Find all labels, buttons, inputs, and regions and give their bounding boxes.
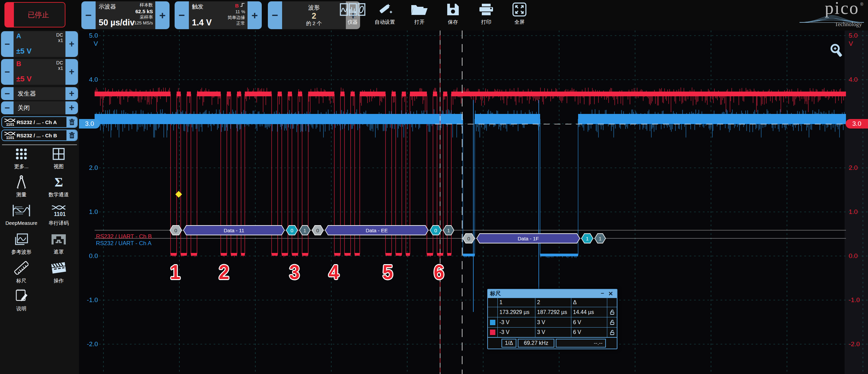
generator-body[interactable]: 发生器 — [14, 87, 65, 100]
channel-b-swatch — [490, 330, 495, 335]
time-ruler1-value: 173.2929 µs — [498, 307, 535, 317]
waveform-prev-button[interactable]: − — [268, 1, 282, 29]
instruments-button[interactable]: 仪器 — [336, 2, 369, 29]
zoom-in-icon — [829, 43, 845, 58]
rulers-label: 标尺 — [16, 278, 26, 284]
generator-decrease-button[interactable]: − — [1, 87, 14, 100]
open-button[interactable]: 打开 — [403, 2, 436, 29]
channel-a-increase-button[interactable]: + — [65, 31, 78, 57]
decode-row-ch-b-segment: 1 — [443, 225, 454, 235]
trigger-percent: 11 % — [228, 9, 245, 15]
decoder-cha-label: RS232 / ... - Ch A — [17, 119, 66, 125]
generator-state-increase-button[interactable]: + — [65, 101, 78, 114]
channel-a-offset-badge[interactable]: 3.0 — [79, 119, 100, 129]
actions-icon — [51, 261, 67, 275]
notes-icon — [15, 288, 28, 302]
more-tools-button[interactable]: 更多... — [3, 147, 40, 170]
channel-b-increase-button[interactable]: + — [65, 59, 78, 85]
channel-b-body[interactable]: B DCx1 ±5 V — [14, 59, 65, 85]
cha-lock-button[interactable] — [607, 317, 617, 327]
generator-panel: − 发生器 + — [1, 87, 78, 100]
decoder-cha-row[interactable]: 1101 RS232 / ... - Ch A — [1, 116, 78, 128]
mask-icon — [51, 233, 66, 246]
logo-sub-brand: Technology — [835, 21, 862, 28]
serial-decoding-button[interactable]: 1101 串行译码 — [40, 204, 77, 227]
zoom-in-button[interactable] — [829, 43, 845, 60]
decoder-cha-delete-button[interactable] — [66, 117, 77, 127]
time-delta-value: 14.44 µs — [571, 307, 607, 317]
decoder-chb-delete-button[interactable] — [66, 130, 77, 140]
close-button[interactable]: ✕ — [607, 290, 615, 297]
rate-value: 125 MS/s — [134, 20, 153, 26]
views-button[interactable]: 视图 — [40, 147, 77, 170]
deepmeasure-label: DeepMeasure — [5, 220, 37, 226]
cha-ruler2-value: 3 V — [535, 317, 571, 327]
channel-a-body[interactable]: A DCx1 ±5 V — [14, 31, 65, 57]
trigger-increase-button[interactable]: + — [248, 1, 262, 29]
rising-edge-icon — [240, 3, 245, 7]
timebase-increase-button[interactable]: + — [155, 1, 170, 29]
trigger-body[interactable]: 触发 1.4 V B 11 % 简单边缘 正常 — [189, 1, 248, 29]
trash-icon — [69, 132, 75, 139]
reference-waveforms-button[interactable]: 参考波形 — [3, 233, 40, 255]
fullscreen-button[interactable]: 全屏 — [503, 2, 536, 29]
chb-lock-button[interactable] — [607, 328, 617, 337]
left-sidebar: − A DCx1 ±5 V + − B DCx1 ±5 V + − — [0, 31, 79, 374]
chb-ruler2-value: 3 V — [535, 328, 571, 337]
timebase-title: 示波器 — [99, 3, 116, 11]
time-ruler-row: 173.2929 µs 187.7292 µs 14.44 µs — [488, 307, 617, 317]
decoder-chb-label: RS232 / ... - Ch B — [17, 133, 66, 138]
timebase-panel: − 示波器 50 µs/div 样本数 62.5 kS 采样率 125 MS/s… — [81, 1, 170, 29]
generator-state-body[interactable]: 关闭 — [14, 101, 65, 114]
print-label: 打印 — [481, 19, 491, 25]
decode-row-ch-b-segment: 0 — [312, 225, 324, 235]
channel-a-decrease-button[interactable]: − — [1, 31, 14, 57]
print-button[interactable]: 打印 — [470, 2, 502, 29]
scope-plot-area: 5.0V4.03.02.01.00.0-1.0-2.05.0V4.03.02.0… — [79, 31, 868, 374]
svg-text:1101: 1101 — [6, 136, 14, 140]
channel-a-range: ±5 V — [16, 47, 32, 56]
generator-increase-button[interactable]: + — [65, 87, 78, 100]
generator-state-decrease-button[interactable]: − — [1, 101, 14, 114]
actions-button[interactable]: 操作 — [40, 261, 77, 284]
decode-row-ch-b-segment: 0 — [286, 225, 298, 235]
channel-b-decrease-button[interactable]: − — [1, 59, 14, 85]
channel-b-offset-badge[interactable]: 3.0 — [846, 119, 868, 129]
instruments-icon — [340, 2, 366, 17]
trigger-source: B — [235, 3, 239, 8]
timebase-body[interactable]: 示波器 50 µs/div 样本数 62.5 kS 采样率 125 MS/s — [96, 1, 155, 29]
timebase-decrease-button[interactable]: − — [81, 1, 96, 29]
trigger-decrease-button[interactable]: − — [175, 1, 189, 29]
channel-b-name: B — [16, 60, 21, 68]
notes-button[interactable]: 说明 — [3, 288, 40, 312]
time-lock-button[interactable] — [607, 307, 617, 317]
stop-indicator — [5, 2, 14, 27]
annotation-number-5: 5 — [382, 260, 393, 284]
rulers-button[interactable]: 标尺 — [3, 261, 40, 284]
stop-label: 已停止 — [21, 10, 49, 20]
decode-row-ch-b-segment: 0 — [170, 225, 182, 235]
trigger-level-value: 1.4 V — [192, 18, 212, 27]
stop-button[interactable]: 已停止 — [4, 2, 65, 27]
notes-label: 说明 — [16, 306, 26, 312]
more-grid-icon — [15, 147, 28, 160]
trigger-info: B 11 % 简单边缘 正常 — [228, 2, 245, 26]
serial-decode-layer: 0Data - 11010Data - EE010Data - 1F11 — [79, 31, 868, 374]
unlock-icon — [609, 309, 615, 315]
serial-decode-icon: 1101 — [4, 131, 16, 140]
serial-decode-icon: 1101 — [51, 204, 66, 217]
picoscope-app: 已停止 − 示波器 50 µs/div 样本数 62.5 kS 采样率 125 … — [0, 0, 868, 374]
measurements-button[interactable]: 测量 — [3, 175, 40, 198]
rulers-dialog-titlebar[interactable]: 标尺 − ✕ — [488, 290, 617, 298]
decoder-chb-row[interactable]: 1101 RS232 / ... - Ch B — [1, 130, 78, 141]
math-channels-button[interactable]: Σ 数学通道 — [40, 175, 77, 198]
masks-button[interactable]: 遮罩 — [40, 233, 77, 255]
deepmeasure-button[interactable]: DeepMeasure — [3, 204, 40, 226]
save-button[interactable]: 保存 — [437, 2, 469, 29]
auto-setup-button[interactable]: 自动设置 — [369, 2, 401, 29]
chb-ruler1-value: -3 V — [498, 328, 535, 337]
rulers-dialog-title: 标尺 — [490, 290, 598, 297]
instruments-label: 仪器 — [348, 19, 358, 25]
inverse-delta-label: 1/Δ — [501, 339, 516, 348]
minimize-button[interactable]: − — [598, 290, 607, 297]
